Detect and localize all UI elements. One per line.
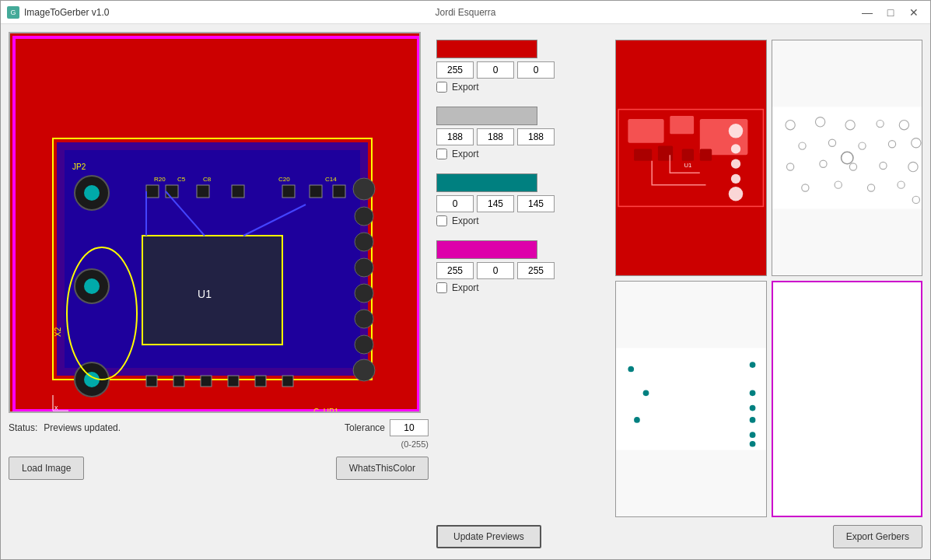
channel-magenta-r[interactable] [436,262,474,279]
channel-gray-swatch [436,107,537,125]
app-icon: G [7,6,19,19]
channel-magenta-export-row: Export [436,282,607,293]
whats-this-color-button[interactable]: WhatsThisColor [336,457,429,480]
channel-red-r[interactable] [436,61,474,79]
svg-point-60 [731,159,740,169]
channel-gray-r[interactable] [436,128,474,145]
svg-text:U1: U1 [684,162,691,169]
bottom-buttons: Load Image WhatsThisColor [9,453,429,483]
svg-rect-86 [616,348,766,450]
channel-gray-export-label: Export [452,149,479,159]
svg-point-8 [355,207,373,226]
export-gerbers-button[interactable]: Export Gerbers [833,525,922,548]
svg-point-90 [750,390,756,396]
svg-point-93 [750,432,756,438]
middle-panel: Export Export [436,32,607,551]
tolerance-label: Tolerance [345,422,385,433]
svg-point-94 [634,417,640,423]
load-image-button[interactable]: Load Image [9,457,84,480]
channel-red-swatch [436,40,537,58]
svg-rect-23 [197,185,209,198]
update-previews-button[interactable]: Update Previews [436,525,541,548]
channel-magenta-b[interactable] [517,262,555,279]
update-previews-area: Update Previews [436,519,607,551]
svg-rect-5 [142,236,282,345]
status-label: Status: [9,422,37,433]
right-panel: U1 [615,32,922,551]
channel-teal-swatch [436,173,537,192]
preview-red-svg: U1 [616,40,766,275]
titlebar-controls: — □ ✕ [857,5,924,20]
channel-gray-g[interactable] [477,128,514,145]
svg-rect-38 [173,376,184,387]
channel-red-g[interactable] [477,61,514,79]
svg-rect-55 [658,146,673,161]
titlebar: G ImageToGerber v1.0 Jordi Esquerra — □ … [1,1,930,24]
channel-magenta-swatch [436,240,537,259]
channel-teal: Export [436,173,607,226]
svg-text:U1: U1 [198,288,212,300]
channel-teal-export-checkbox[interactable] [436,215,447,226]
tolerance-section: Tolerance [345,419,429,436]
channel-red-export-row: Export [436,82,607,93]
preview-gray-svg [772,40,922,275]
svg-point-89 [643,390,649,396]
channel-teal-b[interactable] [517,195,555,212]
svg-point-95 [750,441,756,447]
main-content: U1 [1,24,930,559]
svg-point-9 [355,233,373,251]
svg-text:R20: R20 [154,176,166,183]
channel-teal-g[interactable] [477,195,514,212]
channel-teal-inputs [436,195,607,212]
channel-red-b[interactable] [517,61,555,79]
svg-rect-51 [628,119,663,143]
channel-magenta-g[interactable] [477,262,514,279]
svg-rect-24 [232,185,244,198]
tolerance-input[interactable] [390,419,429,436]
maximize-button[interactable]: □ [880,5,901,20]
channel-teal-export-row: Export [436,215,607,226]
svg-point-62 [729,187,743,201]
svg-point-7 [353,178,375,200]
svg-rect-39 [201,376,212,387]
channel-red-inputs [436,61,607,79]
channel-magenta-export-label: Export [452,282,479,293]
channel-magenta-inputs [436,262,607,279]
preview-teal-svg [616,282,766,516]
svg-rect-42 [282,376,293,387]
svg-rect-27 [333,185,345,198]
range-hint: (0-255) [401,439,429,449]
channel-gray-export-row: Export [436,149,607,159]
svg-rect-22 [166,185,178,198]
channel-magenta-export-checkbox[interactable] [436,282,447,293]
svg-rect-56 [682,149,694,160]
svg-rect-40 [228,376,239,387]
close-button[interactable]: ✕ [904,5,924,20]
svg-text:x: x [54,404,58,411]
svg-rect-57 [700,149,712,160]
main-image-container: U1 [9,32,421,413]
preview-red: U1 [615,40,767,276]
status-value: Previews updated. [44,422,121,433]
svg-rect-41 [255,376,266,387]
minimize-button[interactable]: — [857,5,877,20]
preview-magenta [772,281,923,517]
svg-point-11 [355,284,373,303]
svg-text:C_UP1: C_UP1 [313,408,339,413]
preview-teal [615,281,767,517]
export-area: Export Gerbers [615,522,922,551]
svg-text:JP2: JP2 [72,163,86,171]
svg-point-91 [750,405,756,411]
channel-gray-b[interactable] [517,128,555,145]
svg-rect-25 [282,185,295,198]
channel-gray-export-checkbox[interactable] [436,149,447,159]
svg-point-16 [84,185,100,201]
titlebar-left: G ImageToGerber v1.0 [7,6,109,19]
svg-rect-54 [634,149,652,160]
channel-gray-inputs [436,128,607,145]
svg-point-13 [355,335,373,354]
svg-point-88 [750,362,756,368]
app-title: ImageToGerber v1.0 [24,7,109,18]
channel-teal-r[interactable] [436,195,474,212]
channel-red-export-checkbox[interactable] [436,82,447,93]
